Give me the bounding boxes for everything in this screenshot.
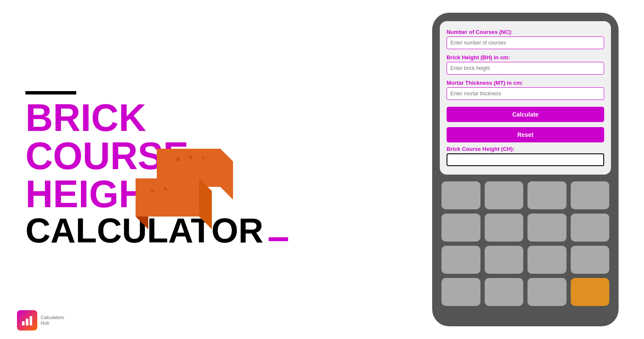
key-btn-9[interactable] [441, 246, 480, 274]
result-input[interactable] [447, 153, 604, 166]
svg-rect-14 [26, 319, 28, 325]
key-btn-8[interactable] [571, 214, 610, 242]
logo: Calculators Hub [17, 310, 64, 331]
key-btn-12[interactable] [571, 246, 610, 274]
bh-input[interactable] [447, 62, 604, 75]
key-btn-15[interactable] [527, 278, 566, 306]
keypad [440, 180, 611, 308]
mt-field-group: Mortar Thickness (MT) in cm: [447, 80, 604, 100]
nc-label: Number of Courses (NC): [447, 29, 604, 35]
calculator-screen: Number of Courses (NC): Brick Height (BH… [440, 21, 611, 175]
reset-button[interactable]: Reset [447, 127, 604, 142]
calculate-button[interactable]: Calculate [447, 107, 604, 122]
mt-label: Mortar Thickness (MT) in cm: [447, 80, 604, 86]
key-btn-4[interactable] [571, 181, 610, 209]
svg-rect-10 [136, 178, 199, 217]
result-label: Brick Course Height (CH): [447, 146, 604, 152]
key-btn-6[interactable] [485, 214, 524, 242]
logo-name: Calculators [41, 315, 64, 320]
svg-point-6 [202, 157, 205, 159]
nc-input[interactable] [447, 36, 604, 49]
svg-point-12 [164, 187, 167, 191]
key-btn-3[interactable] [527, 181, 566, 209]
svg-rect-15 [30, 316, 32, 325]
svg-rect-13 [22, 321, 25, 325]
logo-icon [17, 310, 37, 331]
svg-marker-2 [220, 149, 233, 200]
bricks-illustration [110, 132, 254, 244]
key-btn-5[interactable] [441, 214, 480, 242]
bh-field-group: Brick Height (BH) in cm: [447, 54, 604, 75]
key-btn-1[interactable] [441, 181, 480, 209]
mt-input[interactable] [447, 87, 604, 100]
svg-point-4 [176, 158, 180, 161]
calculator-device: Number of Courses (NC): Brick Height (BH… [432, 13, 619, 326]
svg-point-5 [189, 156, 192, 159]
key-btn-14[interactable] [485, 278, 524, 306]
key-btn-11[interactable] [527, 246, 566, 274]
bh-label: Brick Height (BH) in cm: [447, 54, 604, 61]
top-bar-decoration [25, 91, 76, 94]
result-field-group: Brick Course Height (CH): [447, 146, 604, 166]
key-btn-13[interactable] [441, 278, 480, 306]
title-line1: BRICK [25, 99, 288, 137]
key-btn-10[interactable] [485, 246, 524, 274]
key-btn-2[interactable] [485, 181, 524, 209]
nc-field-group: Number of Courses (NC): [447, 29, 604, 49]
logo-text: Calculators Hub [41, 315, 64, 326]
svg-point-11 [151, 189, 154, 193]
key-btn-7[interactable] [527, 214, 566, 242]
key-btn-orange[interactable] [571, 278, 610, 306]
logo-tagline: Hub [41, 320, 64, 326]
left-section: BRICK COURSE HEIGHT CALCULATOR [25, 91, 288, 248]
